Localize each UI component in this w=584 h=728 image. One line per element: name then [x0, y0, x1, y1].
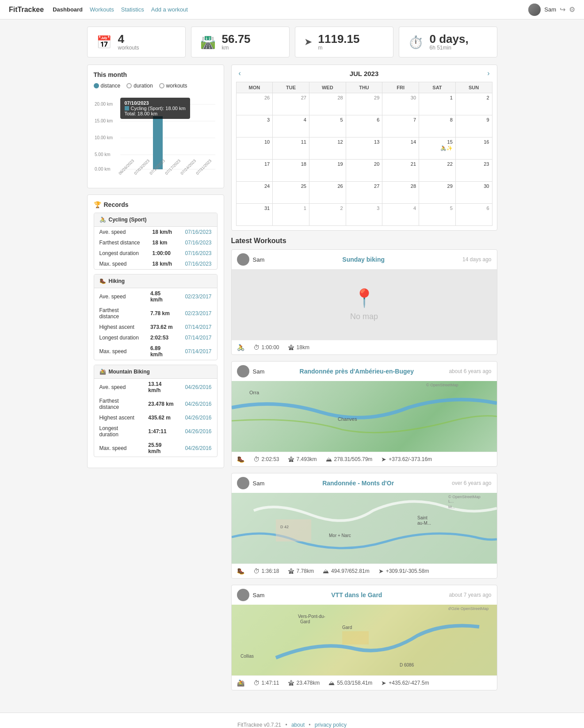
workout-user-3: Sam [237, 477, 265, 489]
cal-day[interactable]: 29 [346, 93, 383, 115]
workout-user-2: Sam [237, 365, 265, 377]
table-row: Longest duration1:00:0007/16/2023 [94, 248, 217, 259]
cal-day[interactable]: 2 [309, 204, 346, 226]
nav-add-workout[interactable]: Add a workout [151, 6, 188, 13]
cal-prev-button[interactable]: ‹ [236, 69, 244, 77]
cal-day[interactable]: 21 [382, 160, 419, 182]
nav-dashboard[interactable]: Dashboard [53, 6, 83, 13]
cal-day[interactable]: 28 [382, 182, 419, 204]
rec-label: Ave. speed [94, 379, 143, 396]
duration-value-2: 2:02:53 [262, 456, 279, 462]
workout-header-3: Sam Randonnée - Monts d'Or over 6 years … [232, 473, 497, 493]
clock-stat-icon: ⏱ [253, 344, 260, 351]
cal-day[interactable]: 14 [382, 137, 419, 160]
cal-day[interactable]: 7 [382, 115, 419, 137]
mtb-sport-icon: 🚵 [237, 679, 244, 686]
workout-title-3[interactable]: Randonnée - Monts d'Or [322, 480, 394, 487]
workout-duration-2: ⏱ 2:02:53 [253, 456, 279, 463]
cal-day[interactable]: 3 [346, 204, 383, 226]
radio-dot-duration [126, 83, 132, 88]
workout-title-4[interactable]: VTT dans le Gard [331, 591, 382, 598]
cal-day[interactable]: 4 [273, 115, 309, 137]
cal-day[interactable]: 13 [346, 137, 383, 160]
cal-day[interactable]: 23 [456, 160, 492, 182]
cal-day[interactable]: 30 [382, 93, 419, 115]
workout-elevation-3: ➤ +309.91/-305.58m [378, 568, 429, 575]
cal-day[interactable]: 6 [346, 115, 383, 137]
cal-day[interactable]: 19 [309, 160, 346, 182]
svg-text:Gard: Gard [300, 619, 310, 624]
cal-day[interactable]: 22 [419, 160, 456, 182]
mountain-stat-icon-4: ⛰ [328, 679, 335, 686]
rec-label: Longest duration [94, 423, 143, 440]
radio-workouts[interactable]: workouts [159, 83, 187, 89]
workout-stats-3: 🥾 ⏱ 1:36:18 🛣 7.78km ⛰ 494.97/652.81m [232, 564, 497, 578]
workout-distance-3: 🛣 7.78km [288, 568, 314, 575]
cal-day[interactable]: 28 [309, 93, 346, 115]
radio-distance[interactable]: distance [94, 83, 121, 89]
ascent-label: m [318, 45, 360, 51]
cal-day[interactable]: 31 [237, 204, 273, 226]
y-label-10: 10.00 km [95, 135, 113, 140]
cal-day[interactable]: 1 [419, 93, 456, 115]
cal-day[interactable]: 5 [419, 204, 456, 226]
svg-text:d'Ozie OpenStreetMap: d'Ozie OpenStreetMap [448, 606, 489, 611]
cal-day[interactable]: 2 [456, 93, 492, 115]
distance-value: 56.75 [222, 33, 251, 45]
duration-value: 0 days, [430, 33, 469, 45]
cal-next-button[interactable]: › [485, 69, 492, 77]
sport-mtb-header: 🚵 Mountain Biking [94, 365, 217, 379]
road-stat-icon-3: 🛣 [288, 568, 294, 575]
calendar-header: ‹ JUL 2023 › [236, 69, 492, 77]
cal-day[interactable]: 9 [456, 115, 492, 137]
radio-duration[interactable]: duration [126, 83, 153, 89]
cal-day[interactable]: 11 [273, 137, 309, 160]
nav-workouts[interactable]: Workouts [90, 6, 114, 13]
logout-icon[interactable]: ↪ [560, 5, 565, 14]
cal-day[interactable]: 4 [382, 204, 419, 226]
cal-day[interactable]: 20 [346, 160, 383, 182]
rec-date: 04/26/2016 [179, 412, 217, 423]
cal-day[interactable]: 10 [237, 137, 273, 160]
cal-day[interactable]: 24 [237, 182, 273, 204]
cal-day[interactable]: 26 [237, 93, 273, 115]
x-label-0717: 07/17/2023 [164, 158, 181, 175]
rec-date: 07/14/2017 [179, 332, 217, 343]
workout-user-4: Sam [237, 589, 265, 601]
workout-map-4: d'Ozie OpenStreetMap Gard Vers-Pont-du- … [232, 605, 497, 675]
workout-title-2[interactable]: Randonnée près d'Ambérieu-en-Bugey [300, 368, 414, 375]
nav-statistics[interactable]: Statistics [121, 6, 144, 13]
mountain-stat-icon-2: ⛰ [326, 456, 332, 463]
cal-day[interactable]: 27 [346, 182, 383, 204]
rec-value: 1:00:00 [147, 248, 179, 259]
workout-username-1: Sam [253, 256, 265, 263]
cal-day[interactable]: 1 [273, 204, 309, 226]
cal-day[interactable]: 29 [419, 182, 456, 204]
cal-day[interactable]: 17 [237, 160, 273, 182]
radio-dot-workouts [159, 83, 164, 88]
cal-day[interactable]: 8 [419, 115, 456, 137]
cal-day[interactable]: 6 [456, 204, 492, 226]
settings-icon[interactable]: ⚙ [569, 5, 575, 14]
footer-dot-1: • [285, 722, 287, 728]
y-label-5: 5.00 km [95, 152, 111, 157]
footer-privacy-link[interactable]: privacy policy [315, 722, 347, 728]
cal-day[interactable]: 26 [309, 182, 346, 204]
svg-text:Saint: Saint [417, 515, 428, 520]
cal-day[interactable]: 30 [456, 182, 492, 204]
road-stat-icon: 🛣 [288, 344, 294, 351]
cal-day[interactable]: 16 [456, 137, 492, 160]
footer-about-link[interactable]: about [291, 722, 305, 728]
workout-card-2: Sam Randonnée près d'Ambérieu-en-Bugey a… [231, 361, 497, 467]
cal-day[interactable]: 27 [273, 93, 309, 115]
cal-day[interactable]: 25 [273, 182, 309, 204]
workout-title-1[interactable]: Sunday biking [342, 256, 385, 263]
cal-day-workout[interactable]: 15 🚴✨ [419, 137, 456, 160]
cal-day[interactable]: 12 [309, 137, 346, 160]
cal-day[interactable]: 5 [309, 115, 346, 137]
svg-text:D 6086: D 6086 [400, 663, 414, 667]
cal-day[interactable]: 18 [273, 160, 309, 182]
cal-header-thu: THU [346, 82, 383, 93]
table-row: Max. speed18 km/h07/16/2023 [94, 259, 217, 269]
cal-day[interactable]: 3 [237, 115, 273, 137]
